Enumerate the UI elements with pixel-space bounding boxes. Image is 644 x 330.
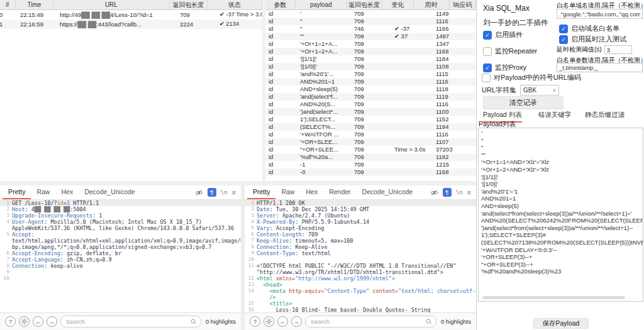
clear-records-button[interactable]: 清空记录 [483, 96, 564, 109]
column-header[interactable]: payload [296, 0, 347, 9]
text-segment: Content-Type [257, 250, 295, 256]
editor-menu-icon[interactable]: ≡ [467, 189, 471, 196]
tab-pretty[interactable]: Pretty [3, 185, 31, 199]
whitelist-domain-input[interactable] [557, 9, 643, 19]
response-editor-body[interactable]: 1HTTP/1.1 200 OK2Date: Tue, 30 Dec 2025 … [245, 200, 476, 312]
tab-hex[interactable]: Hex [300, 185, 323, 199]
payload-result-row[interactable]: id(SELECT%...7091194200 [265, 123, 476, 131]
search-input[interactable] [65, 317, 188, 326]
delay-test-checkbox[interactable]: ✓启用延时注入测试 [559, 35, 626, 44]
payload-result-row[interactable]: id'and%20'1'...7091115200 [265, 70, 476, 78]
cell: 200 [472, 55, 476, 63]
line-number: 1 [245, 200, 257, 206]
text-segment: http://49 [60, 11, 81, 18]
cell: 200 [472, 108, 476, 116]
column-header[interactable]: Time [16, 0, 53, 9]
cell: 1215 [426, 161, 472, 168]
cell: AND+sleep(5) [299, 85, 352, 93]
code-line: bp,image/apng,*/*;q=0.8,application/sign… [0, 244, 241, 250]
cell: 200 [472, 70, 476, 78]
hide-highlighting-icon[interactable] [430, 189, 438, 197]
domain-whitelist-checkbox[interactable]: ✓启动域名白名单 [559, 24, 619, 33]
plugin-checkbox[interactable]: ✓监控Proxy [483, 63, 537, 72]
payload-result-row[interactable]: id')and(select*...7091100200 [265, 108, 476, 116]
tab-pretty[interactable]: Pretty [247, 185, 275, 199]
column-header[interactable]: URL [53, 0, 170, 9]
help-icon[interactable]: ? [5, 316, 16, 327]
column-header[interactable]: # [0, 0, 16, 9]
horizontal-splitter[interactable] [0, 181, 476, 185]
history-row[interactable]: 122:16:59https://██ ██:443/load?callb...… [0, 19, 262, 29]
payload-result-row[interactable]: id'and(select*f...7091119200 [265, 93, 476, 101]
gear-icon[interactable] [19, 316, 30, 327]
payload-result-row[interactable]: id'+Or+1=2+A...7091168200 [265, 48, 476, 55]
help-icon[interactable]: ? [250, 316, 260, 327]
non-printable-chars-icon[interactable]: ¶ [208, 188, 216, 197]
url-encode-checkbox[interactable]: 对Payload中的符号URL编码 [482, 73, 581, 82]
column-header[interactable]: 返回包长度 [347, 0, 382, 9]
checkbox-label: 启动域名白名单 [571, 24, 619, 33]
payload-result-row[interactable]: idAND%20(S...7091116200 [265, 101, 476, 108]
line-content: Content-Length: 709 [257, 231, 476, 238]
tab-raw[interactable]: Raw [31, 185, 55, 199]
tab-render[interactable]: Render [323, 185, 356, 199]
payload-result-row[interactable]: id'7091149200 [265, 10, 476, 18]
payload-result-row[interactable]: id''7091116200 [265, 18, 476, 25]
save-payload-button[interactable]: 保存Payload [533, 318, 589, 329]
hide-highlighting-icon[interactable] [195, 189, 203, 197]
payload-result-row[interactable]: id'||1/1||'7091184200 [265, 55, 476, 63]
payload-result-row[interactable]: idAND%201=17091116200 [265, 78, 476, 85]
request-editor-body[interactable]: 1GET /Less-10/?id=1 HTTP/1.12Host: 4██ █… [0, 200, 241, 312]
history-row[interactable]: 022:15:49http://49██ ██ ██4/Less-10/?id=… [0, 10, 262, 19]
plugin-checkbox[interactable]: 监控Repeater [483, 47, 537, 56]
editor-menu-icon[interactable]: ≡ [232, 189, 236, 196]
horizontal-scrollbar[interactable] [482, 296, 625, 299]
plugin-panel: Xia SQL_Max 刘一手抄的二手插件 ✓启用插件监控Repeater✓监控… [476, 0, 644, 330]
payload-result-row[interactable]: id-17091215200 [265, 161, 476, 168]
cell: 1');SELECT... [299, 116, 352, 123]
payload-result-row[interactable]: id1');SELECT...7091152200 [265, 116, 476, 123]
tab-hex[interactable]: Hex [55, 185, 79, 199]
column-header[interactable]: 状态 [208, 0, 262, 9]
non-printable-chars-icon[interactable]: ¶ [443, 188, 452, 197]
delay-threshold-row: 延时检测阈值(s) [557, 45, 632, 54]
line-content: Server: Apache/2.4.7 (Ubuntu) [257, 212, 476, 219]
payload-result-row[interactable]: id'||1/0||'7091108200 [265, 63, 476, 70]
plugin-tab[interactable]: 静态后缀过滤 [585, 111, 625, 121]
cell: id [265, 78, 299, 85]
show-newlines-icon[interactable]: \n [221, 189, 228, 195]
column-header[interactable]: 参数 [265, 0, 296, 9]
payload-result-row[interactable]: id-07091168200 [265, 168, 476, 176]
payload-result-row[interactable]: id""709✔ 371497200 [265, 33, 476, 40]
tab-raw[interactable]: Raw [275, 185, 300, 199]
charset-select[interactable]: GBK ∨ [520, 85, 559, 96]
tab-decode_unicode[interactable]: Decode_Unicode [357, 185, 419, 199]
forward-arrow-button[interactable]: → [47, 316, 57, 327]
column-header[interactable]: 用时 [414, 0, 450, 9]
payload-result-row[interactable]: id"746✔ -371166200 [265, 25, 476, 33]
show-newlines-icon[interactable]: \n [456, 189, 463, 195]
plugin-checkbox[interactable]: ✓启用插件 [483, 30, 537, 40]
forward-arrow-button[interactable]: → [291, 316, 302, 327]
plugin-tab[interactable]: 错误关键字 [538, 111, 572, 121]
payload-result-row[interactable]: id'+OR+SLEE...7091107200 [265, 138, 476, 146]
payload-result-row[interactable]: id'+WAITFOR ...7091116200 [265, 131, 476, 138]
text-segment: Less-10 Blind- Time based- Double Quotes… [257, 307, 430, 312]
payload-list-textarea[interactable]: ' '' " "" '+Or+1=1+AND+'Xlz'='Xlz '+Or+1… [479, 128, 643, 302]
payload-result-row[interactable]: id"+OR+SLEE...709Time > 3.0s37203200 [265, 146, 476, 153]
tab-decode_unicode[interactable]: Decode_Unicode [79, 185, 141, 199]
payload-result-row[interactable]: id'+Or+1=1+A...7091347200 [265, 40, 476, 48]
column-header[interactable]: 响应码 [450, 0, 476, 9]
delay-threshold-input[interactable] [604, 45, 632, 54]
search-input[interactable] [309, 317, 423, 326]
text-segment: GET /Less-10/? [12, 200, 57, 206]
back-arrow-button[interactable]: ← [277, 316, 288, 327]
cell: 709 [352, 78, 389, 85]
whitelist-param-input[interactable] [557, 63, 643, 72]
back-arrow-button[interactable]: ← [33, 316, 43, 327]
gear-icon[interactable] [264, 316, 274, 327]
payload-result-row[interactable]: idAND+sleep(5)7091118200 [265, 85, 476, 93]
column-header[interactable]: 返回包长度 [170, 0, 208, 9]
payload-result-row[interactable]: id'%df'%20a...7091182200 [265, 153, 476, 161]
column-header[interactable]: 变化 [382, 0, 414, 9]
